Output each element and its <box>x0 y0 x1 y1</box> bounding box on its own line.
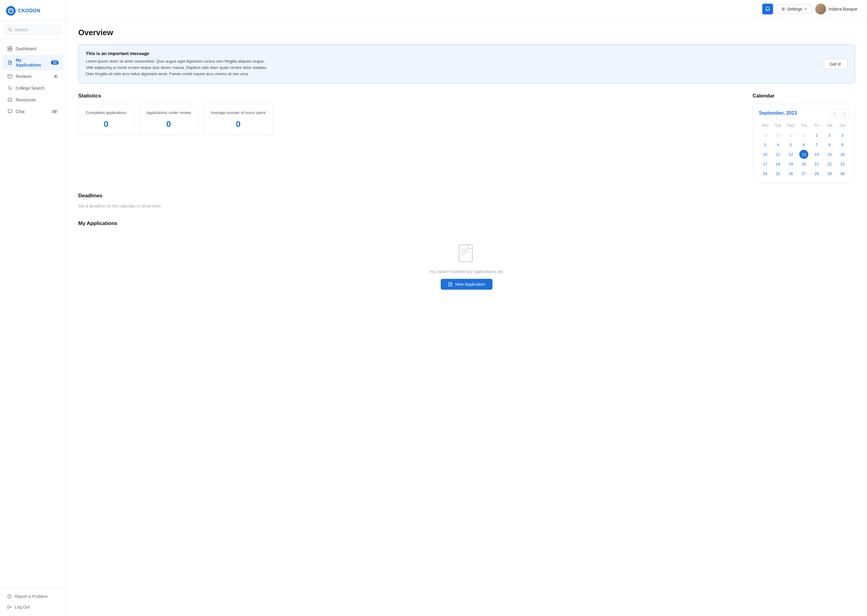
sidebar-item-chat[interactable]: Chat 57 <box>2 106 63 117</box>
calendar-day[interactable]: 21 <box>812 159 821 168</box>
calendar-day[interactable]: 3 <box>760 140 769 149</box>
calendar-day[interactable]: 16 <box>838 150 847 159</box>
new-application-button[interactable]: New Application <box>441 279 492 290</box>
svg-point-15 <box>9 597 10 598</box>
calendar-day: 30 <box>786 130 795 140</box>
sidebar-label-my-applications: My Applications <box>16 58 48 68</box>
stat-label-1: Applications under review <box>146 110 191 115</box>
logo-icon <box>6 6 16 16</box>
sidebar-item-dashboard[interactable]: Dashboard <box>2 43 63 55</box>
calendar-day[interactable]: 6 <box>799 140 808 149</box>
calendar-day[interactable]: 30 <box>838 169 847 178</box>
sidebar-nav: Dashboard My Applications 10 <box>0 39 66 587</box>
calendar-day[interactable]: 29 <box>825 169 834 178</box>
search-icon <box>8 28 13 32</box>
calendar-day[interactable]: 5 <box>786 140 795 149</box>
calendar-day: 29 <box>773 130 782 140</box>
calendar-day[interactable]: 19 <box>786 159 795 168</box>
calendar-prev-button[interactable]: ‹ <box>831 109 839 117</box>
deadlines-label: Deadlines <box>78 193 855 199</box>
calendar-day[interactable]: 26 <box>786 169 795 178</box>
sidebar-item-reviews[interactable]: Reviews 6 <box>2 71 63 82</box>
svg-rect-8 <box>8 75 12 78</box>
calendar-day[interactable]: 14 <box>812 150 821 159</box>
avatar <box>815 4 826 14</box>
sidebar-item-my-applications[interactable]: My Applications 10 <box>2 55 63 71</box>
statistics-label: Statistics <box>78 93 741 99</box>
cal-day-header: Wed <box>785 122 797 130</box>
chat-icon <box>7 109 13 114</box>
cal-day-header: Fri <box>810 122 823 130</box>
stat-value-1: 0 <box>146 119 191 129</box>
calendar-section: Calendar September, 2023 ‹ › MonTueWedTh… <box>753 93 855 183</box>
calendar-day[interactable]: 18 <box>773 159 782 168</box>
search-area[interactable]: Search <box>0 21 66 39</box>
calendar-day[interactable]: 2 <box>825 130 834 140</box>
calendar-day[interactable]: 15 <box>825 150 834 159</box>
calendar-day[interactable]: 25 <box>773 169 782 178</box>
calendar-day[interactable]: 12 <box>786 150 795 159</box>
svg-rect-18 <box>459 245 472 262</box>
chevron-down-icon <box>804 8 807 11</box>
logo-text: CKODON <box>18 8 40 14</box>
sidebar-item-resources[interactable]: Resources <box>2 94 63 105</box>
college-search-icon <box>7 85 13 91</box>
svg-point-17 <box>782 8 784 10</box>
sidebar-label-reviews: Reviews <box>16 74 32 79</box>
user-area[interactable]: Indarra Basque <box>815 4 858 14</box>
calendar-day[interactable]: 20 <box>799 159 808 168</box>
calendar-day[interactable]: 28 <box>812 169 821 178</box>
report-problem-icon <box>7 594 12 599</box>
log-out-item[interactable]: Log Out <box>2 602 63 612</box>
stats-calendar-row: Statistics Completed applications0Applic… <box>78 93 855 183</box>
calendar-day[interactable]: 1 <box>812 130 821 140</box>
notifications-button[interactable] <box>762 4 773 14</box>
logo-area: CKODON <box>0 0 66 21</box>
alert-body: This is an important message Lorem ipsum… <box>86 51 817 77</box>
cal-day-header: Mon <box>759 122 771 130</box>
chat-badge: 57 <box>51 110 59 114</box>
calendar-day[interactable]: 10 <box>760 150 769 159</box>
main-area: Settings Indarra Basque Overview This is… <box>66 0 867 616</box>
settings-button[interactable]: Settings <box>777 4 812 14</box>
calendar-day[interactable]: 24 <box>760 169 769 178</box>
calendar-day[interactable]: 11 <box>773 150 782 159</box>
alert-text: Lorem ipsum dolor sit amet consectetur. … <box>86 58 817 77</box>
stat-card-0: Completed applications0 <box>78 104 134 135</box>
cal-day-header: Thu <box>798 122 810 130</box>
calendar-day[interactable]: 4 <box>773 140 782 149</box>
calendar-label: Calendar <box>753 93 855 99</box>
reviews-badge: 6 <box>53 74 59 79</box>
applications-icon <box>7 60 13 65</box>
calendar-month: September, 2023 <box>759 110 797 116</box>
got-it-button[interactable]: Got it! <box>824 59 847 69</box>
search-box[interactable]: Search <box>5 25 61 35</box>
sidebar-item-college-search[interactable]: College Search <box>2 82 63 94</box>
alert-title: This is an important message <box>86 51 817 56</box>
applications-badge: 10 <box>51 60 59 64</box>
calendar-day: 31 <box>799 130 808 140</box>
calendar-day[interactable]: 9 <box>838 140 847 149</box>
calendar-day[interactable]: 27 <box>799 169 808 178</box>
calendar-day[interactable]: 2 <box>838 130 847 140</box>
calendar-day[interactable]: 22 <box>825 159 834 168</box>
topbar: Settings Indarra Basque <box>66 0 867 18</box>
reviews-icon <box>7 74 13 79</box>
calendar-day[interactable]: 7 <box>812 140 821 149</box>
my-applications-section: My Applications You haven't started any … <box>78 220 855 302</box>
stat-cards: Completed applications0Applications unde… <box>78 104 741 135</box>
new-application-label: New Application <box>455 282 485 287</box>
new-application-icon <box>448 282 453 287</box>
svg-rect-4 <box>8 49 9 51</box>
calendar-day[interactable]: 17 <box>760 159 769 168</box>
empty-document-icon <box>457 244 476 264</box>
calendar-day[interactable]: 23 <box>838 159 847 168</box>
cal-day-header: Tue <box>772 122 784 130</box>
sidebar-label-dashboard: Dashboard <box>16 46 36 51</box>
calendar-day[interactable]: 13 <box>799 150 808 159</box>
report-problem-item[interactable]: Report a Problem <box>2 591 63 602</box>
calendar-day[interactable]: 8 <box>825 140 834 149</box>
calendar-next-button[interactable]: › <box>840 109 849 117</box>
stat-label-0: Completed applications <box>86 110 126 115</box>
sidebar-label-chat: Chat <box>16 109 25 114</box>
